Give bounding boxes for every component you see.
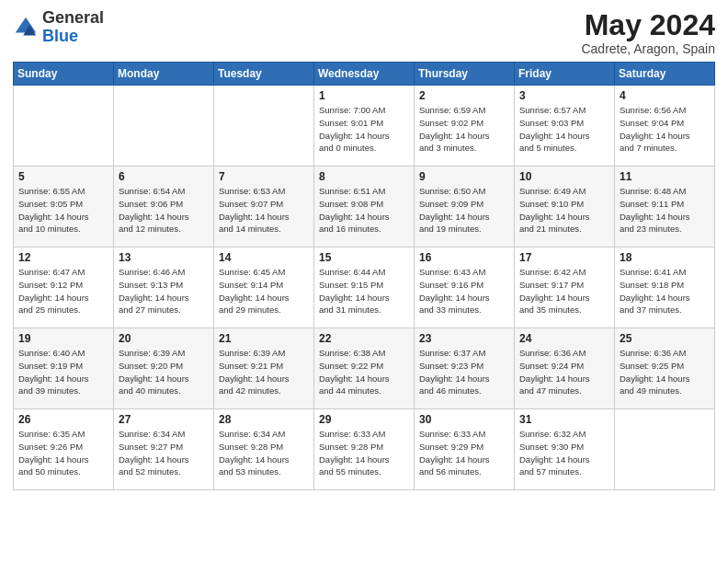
day-info: Sunrise: 6:50 AMSunset: 9:09 PMDaylight:…: [419, 185, 509, 236]
day-info: Sunrise: 6:59 AMSunset: 9:02 PMDaylight:…: [419, 104, 509, 155]
table-row: 21Sunrise: 6:39 AMSunset: 9:21 PMDayligh…: [214, 328, 314, 409]
day-number: 13: [119, 251, 209, 264]
table-row: 7Sunrise: 6:53 AMSunset: 9:07 PMDaylight…: [214, 167, 314, 247]
day-number: 7: [219, 170, 309, 183]
calendar-week-4: 19Sunrise: 6:40 AMSunset: 9:19 PMDayligh…: [14, 328, 715, 409]
day-number: 18: [620, 251, 710, 264]
col-saturday: Saturday: [615, 63, 715, 86]
day-number: 2: [419, 89, 509, 102]
day-info: Sunrise: 6:46 AMSunset: 9:13 PMDaylight:…: [119, 266, 209, 316]
table-row: 1Sunrise: 7:00 AMSunset: 9:01 PMDaylight…: [314, 86, 415, 167]
table-row: 29Sunrise: 6:33 AMSunset: 9:28 PMDayligh…: [314, 409, 415, 490]
day-number: 3: [519, 89, 609, 102]
day-info: Sunrise: 6:33 AMSunset: 9:28 PMDaylight:…: [319, 428, 409, 478]
table-row: 17Sunrise: 6:42 AMSunset: 9:17 PMDayligh…: [515, 247, 615, 328]
day-info: Sunrise: 6:40 AMSunset: 9:19 PMDaylight:…: [18, 347, 108, 397]
day-number: 16: [419, 251, 509, 264]
day-number: 31: [519, 413, 609, 426]
day-number: 30: [419, 413, 509, 426]
table-row: 20Sunrise: 6:39 AMSunset: 9:20 PMDayligh…: [114, 328, 214, 409]
day-info: Sunrise: 6:55 AMSunset: 9:05 PMDaylight:…: [18, 185, 108, 236]
day-number: 27: [119, 413, 209, 426]
day-number: 26: [18, 413, 108, 426]
day-number: 20: [119, 332, 209, 345]
day-info: Sunrise: 6:49 AMSunset: 9:10 PMDaylight:…: [519, 185, 609, 236]
col-friday: Friday: [515, 63, 615, 86]
day-number: 19: [18, 332, 108, 345]
day-info: Sunrise: 6:39 AMSunset: 9:21 PMDaylight:…: [219, 347, 309, 397]
table-row: [114, 86, 214, 167]
day-number: 4: [620, 89, 710, 102]
calendar-week-5: 26Sunrise: 6:35 AMSunset: 9:26 PMDayligh…: [14, 409, 715, 490]
day-info: Sunrise: 6:48 AMSunset: 9:11 PMDaylight:…: [620, 185, 710, 236]
table-row: 28Sunrise: 6:34 AMSunset: 9:28 PMDayligh…: [214, 409, 314, 490]
table-row: 25Sunrise: 6:36 AMSunset: 9:25 PMDayligh…: [615, 328, 715, 409]
day-info: Sunrise: 6:39 AMSunset: 9:20 PMDaylight:…: [119, 347, 209, 397]
title-block: May 2024 Cadrete, Aragon, Spain: [581, 9, 715, 56]
table-row: 3Sunrise: 6:57 AMSunset: 9:03 PMDaylight…: [515, 86, 615, 167]
day-number: 15: [319, 251, 409, 264]
col-wednesday: Wednesday: [314, 63, 415, 86]
day-info: Sunrise: 6:34 AMSunset: 9:27 PMDaylight:…: [119, 428, 209, 478]
table-row: 14Sunrise: 6:45 AMSunset: 9:14 PMDayligh…: [214, 247, 314, 328]
col-thursday: Thursday: [415, 63, 515, 86]
day-number: 1: [319, 89, 409, 102]
day-number: 24: [519, 332, 609, 345]
day-info: Sunrise: 6:35 AMSunset: 9:26 PMDaylight:…: [18, 428, 108, 478]
calendar-week-2: 5Sunrise: 6:55 AMSunset: 9:05 PMDaylight…: [14, 167, 715, 247]
day-info: Sunrise: 6:43 AMSunset: 9:16 PMDaylight:…: [419, 266, 509, 316]
table-row: 15Sunrise: 6:44 AMSunset: 9:15 PMDayligh…: [314, 247, 415, 328]
table-row: 24Sunrise: 6:36 AMSunset: 9:24 PMDayligh…: [515, 328, 615, 409]
month-title: May 2024: [581, 9, 715, 41]
day-info: Sunrise: 6:32 AMSunset: 9:30 PMDaylight:…: [519, 428, 609, 478]
day-info: Sunrise: 6:53 AMSunset: 9:07 PMDaylight:…: [219, 185, 309, 236]
day-info: Sunrise: 6:38 AMSunset: 9:22 PMDaylight:…: [319, 347, 409, 397]
table-row: 6Sunrise: 6:54 AMSunset: 9:06 PMDaylight…: [114, 167, 214, 247]
day-info: Sunrise: 6:36 AMSunset: 9:24 PMDaylight:…: [519, 347, 609, 397]
col-tuesday: Tuesday: [214, 63, 314, 86]
day-info: Sunrise: 6:56 AMSunset: 9:04 PMDaylight:…: [620, 104, 710, 155]
day-info: Sunrise: 6:45 AMSunset: 9:14 PMDaylight:…: [219, 266, 309, 316]
day-number: 23: [419, 332, 509, 345]
day-number: 14: [219, 251, 309, 264]
day-info: Sunrise: 6:42 AMSunset: 9:17 PMDaylight:…: [519, 266, 609, 316]
day-number: 12: [18, 251, 108, 264]
day-info: Sunrise: 6:54 AMSunset: 9:06 PMDaylight:…: [119, 185, 209, 236]
table-row: 26Sunrise: 6:35 AMSunset: 9:26 PMDayligh…: [14, 409, 114, 490]
table-row: 22Sunrise: 6:38 AMSunset: 9:22 PMDayligh…: [314, 328, 415, 409]
day-info: Sunrise: 6:37 AMSunset: 9:23 PMDaylight:…: [419, 347, 509, 397]
page: General Blue May 2024 Cadrete, Aragon, S…: [0, 0, 728, 563]
calendar: Sunday Monday Tuesday Wednesday Thursday…: [13, 62, 715, 490]
day-info: Sunrise: 6:36 AMSunset: 9:25 PMDaylight:…: [620, 347, 710, 397]
col-sunday: Sunday: [14, 63, 114, 86]
logo: General Blue: [13, 9, 104, 46]
day-number: 21: [219, 332, 309, 345]
header: General Blue May 2024 Cadrete, Aragon, S…: [13, 9, 715, 56]
logo-icon: [13, 15, 39, 40]
table-row: 11Sunrise: 6:48 AMSunset: 9:11 PMDayligh…: [615, 167, 715, 247]
col-monday: Monday: [114, 63, 214, 86]
day-number: 8: [319, 170, 409, 183]
day-info: Sunrise: 6:57 AMSunset: 9:03 PMDaylight:…: [519, 104, 609, 155]
day-number: 11: [620, 170, 710, 183]
day-info: Sunrise: 6:47 AMSunset: 9:12 PMDaylight:…: [18, 266, 108, 316]
day-info: Sunrise: 7:00 AMSunset: 9:01 PMDaylight:…: [319, 104, 409, 155]
day-number: 29: [319, 413, 409, 426]
table-row: 8Sunrise: 6:51 AMSunset: 9:08 PMDaylight…: [314, 167, 415, 247]
table-row: [615, 409, 715, 490]
day-number: 28: [219, 413, 309, 426]
table-row: 12Sunrise: 6:47 AMSunset: 9:12 PMDayligh…: [14, 247, 114, 328]
table-row: 10Sunrise: 6:49 AMSunset: 9:10 PMDayligh…: [515, 167, 615, 247]
table-row: 16Sunrise: 6:43 AMSunset: 9:16 PMDayligh…: [415, 247, 515, 328]
logo-blue: Blue: [42, 27, 78, 45]
calendar-week-1: 1Sunrise: 7:00 AMSunset: 9:01 PMDaylight…: [14, 86, 715, 167]
day-info: Sunrise: 6:44 AMSunset: 9:15 PMDaylight:…: [319, 266, 409, 316]
day-number: 6: [119, 170, 209, 183]
table-row: [214, 86, 314, 167]
table-row: [14, 86, 114, 167]
day-info: Sunrise: 6:34 AMSunset: 9:28 PMDaylight:…: [219, 428, 309, 478]
table-row: 18Sunrise: 6:41 AMSunset: 9:18 PMDayligh…: [615, 247, 715, 328]
table-row: 23Sunrise: 6:37 AMSunset: 9:23 PMDayligh…: [415, 328, 515, 409]
location: Cadrete, Aragon, Spain: [581, 41, 715, 56]
table-row: 19Sunrise: 6:40 AMSunset: 9:19 PMDayligh…: [14, 328, 114, 409]
